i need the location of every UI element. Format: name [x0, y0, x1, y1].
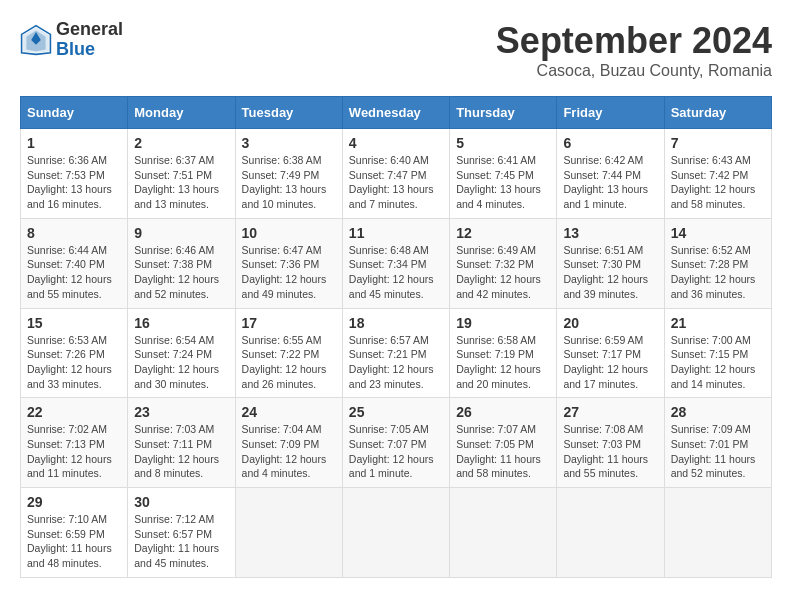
- day-number: 24: [242, 404, 336, 420]
- calendar-cell: 21Sunrise: 7:00 AM Sunset: 7:15 PM Dayli…: [664, 308, 771, 398]
- day-detail: Sunrise: 6:37 AM Sunset: 7:51 PM Dayligh…: [134, 154, 219, 210]
- logo-blue-text: Blue: [56, 40, 123, 60]
- day-number: 12: [456, 225, 550, 241]
- day-detail: Sunrise: 6:41 AM Sunset: 7:45 PM Dayligh…: [456, 154, 541, 210]
- calendar-cell: 25Sunrise: 7:05 AM Sunset: 7:07 PM Dayli…: [342, 398, 449, 488]
- header-cell-saturday: Saturday: [664, 97, 771, 129]
- calendar-cell: 17Sunrise: 6:55 AM Sunset: 7:22 PM Dayli…: [235, 308, 342, 398]
- day-detail: Sunrise: 7:00 AM Sunset: 7:15 PM Dayligh…: [671, 334, 756, 390]
- calendar-cell: 23Sunrise: 7:03 AM Sunset: 7:11 PM Dayli…: [128, 398, 235, 488]
- calendar-cell: 1Sunrise: 6:36 AM Sunset: 7:53 PM Daylig…: [21, 129, 128, 219]
- calendar-cell: 19Sunrise: 6:58 AM Sunset: 7:19 PM Dayli…: [450, 308, 557, 398]
- day-detail: Sunrise: 6:43 AM Sunset: 7:42 PM Dayligh…: [671, 154, 756, 210]
- calendar-cell: 27Sunrise: 7:08 AM Sunset: 7:03 PM Dayli…: [557, 398, 664, 488]
- title-section: September 2024 Casoca, Buzau County, Rom…: [496, 20, 772, 80]
- day-number: 26: [456, 404, 550, 420]
- day-detail: Sunrise: 7:12 AM Sunset: 6:57 PM Dayligh…: [134, 513, 219, 569]
- day-detail: Sunrise: 6:46 AM Sunset: 7:38 PM Dayligh…: [134, 244, 219, 300]
- calendar-cell: 10Sunrise: 6:47 AM Sunset: 7:36 PM Dayli…: [235, 218, 342, 308]
- calendar-cell: 29Sunrise: 7:10 AM Sunset: 6:59 PM Dayli…: [21, 488, 128, 578]
- calendar-cell: [235, 488, 342, 578]
- calendar-week-5: 29Sunrise: 7:10 AM Sunset: 6:59 PM Dayli…: [21, 488, 772, 578]
- calendar-cell: 24Sunrise: 7:04 AM Sunset: 7:09 PM Dayli…: [235, 398, 342, 488]
- calendar-cell: 28Sunrise: 7:09 AM Sunset: 7:01 PM Dayli…: [664, 398, 771, 488]
- day-number: 10: [242, 225, 336, 241]
- day-detail: Sunrise: 6:48 AM Sunset: 7:34 PM Dayligh…: [349, 244, 434, 300]
- calendar-header: SundayMondayTuesdayWednesdayThursdayFrid…: [21, 97, 772, 129]
- logo-icon: [20, 24, 52, 56]
- calendar-week-2: 8Sunrise: 6:44 AM Sunset: 7:40 PM Daylig…: [21, 218, 772, 308]
- header-cell-sunday: Sunday: [21, 97, 128, 129]
- month-title: September 2024: [496, 20, 772, 62]
- day-number: 28: [671, 404, 765, 420]
- calendar-cell: 30Sunrise: 7:12 AM Sunset: 6:57 PM Dayli…: [128, 488, 235, 578]
- calendar-cell: 22Sunrise: 7:02 AM Sunset: 7:13 PM Dayli…: [21, 398, 128, 488]
- day-detail: Sunrise: 6:57 AM Sunset: 7:21 PM Dayligh…: [349, 334, 434, 390]
- day-detail: Sunrise: 7:10 AM Sunset: 6:59 PM Dayligh…: [27, 513, 112, 569]
- day-number: 23: [134, 404, 228, 420]
- day-number: 5: [456, 135, 550, 151]
- day-number: 29: [27, 494, 121, 510]
- day-number: 4: [349, 135, 443, 151]
- calendar-cell: [450, 488, 557, 578]
- day-number: 3: [242, 135, 336, 151]
- day-detail: Sunrise: 6:59 AM Sunset: 7:17 PM Dayligh…: [563, 334, 648, 390]
- header-cell-tuesday: Tuesday: [235, 97, 342, 129]
- day-number: 21: [671, 315, 765, 331]
- day-detail: Sunrise: 7:05 AM Sunset: 7:07 PM Dayligh…: [349, 423, 434, 479]
- day-detail: Sunrise: 6:51 AM Sunset: 7:30 PM Dayligh…: [563, 244, 648, 300]
- day-detail: Sunrise: 7:04 AM Sunset: 7:09 PM Dayligh…: [242, 423, 327, 479]
- day-detail: Sunrise: 6:44 AM Sunset: 7:40 PM Dayligh…: [27, 244, 112, 300]
- location-subtitle: Casoca, Buzau County, Romania: [496, 62, 772, 80]
- logo: General Blue: [20, 20, 123, 60]
- logo-text: General Blue: [56, 20, 123, 60]
- calendar-cell: 4Sunrise: 6:40 AM Sunset: 7:47 PM Daylig…: [342, 129, 449, 219]
- day-number: 19: [456, 315, 550, 331]
- header-row: SundayMondayTuesdayWednesdayThursdayFrid…: [21, 97, 772, 129]
- calendar-cell: 15Sunrise: 6:53 AM Sunset: 7:26 PM Dayli…: [21, 308, 128, 398]
- calendar-cell: 18Sunrise: 6:57 AM Sunset: 7:21 PM Dayli…: [342, 308, 449, 398]
- day-detail: Sunrise: 7:07 AM Sunset: 7:05 PM Dayligh…: [456, 423, 541, 479]
- calendar-cell: 14Sunrise: 6:52 AM Sunset: 7:28 PM Dayli…: [664, 218, 771, 308]
- day-detail: Sunrise: 7:03 AM Sunset: 7:11 PM Dayligh…: [134, 423, 219, 479]
- calendar-cell: 13Sunrise: 6:51 AM Sunset: 7:30 PM Dayli…: [557, 218, 664, 308]
- day-number: 7: [671, 135, 765, 151]
- day-detail: Sunrise: 6:40 AM Sunset: 7:47 PM Dayligh…: [349, 154, 434, 210]
- day-number: 27: [563, 404, 657, 420]
- day-number: 11: [349, 225, 443, 241]
- day-detail: Sunrise: 7:09 AM Sunset: 7:01 PM Dayligh…: [671, 423, 756, 479]
- calendar-cell: 20Sunrise: 6:59 AM Sunset: 7:17 PM Dayli…: [557, 308, 664, 398]
- calendar-cell: 16Sunrise: 6:54 AM Sunset: 7:24 PM Dayli…: [128, 308, 235, 398]
- calendar-cell: 8Sunrise: 6:44 AM Sunset: 7:40 PM Daylig…: [21, 218, 128, 308]
- day-detail: Sunrise: 6:55 AM Sunset: 7:22 PM Dayligh…: [242, 334, 327, 390]
- header-cell-thursday: Thursday: [450, 97, 557, 129]
- day-detail: Sunrise: 6:42 AM Sunset: 7:44 PM Dayligh…: [563, 154, 648, 210]
- day-number: 22: [27, 404, 121, 420]
- day-detail: Sunrise: 6:53 AM Sunset: 7:26 PM Dayligh…: [27, 334, 112, 390]
- calendar-cell: 12Sunrise: 6:49 AM Sunset: 7:32 PM Dayli…: [450, 218, 557, 308]
- day-number: 20: [563, 315, 657, 331]
- day-number: 9: [134, 225, 228, 241]
- logo-general-text: General: [56, 20, 123, 40]
- day-number: 13: [563, 225, 657, 241]
- calendar-cell: [557, 488, 664, 578]
- calendar-cell: 7Sunrise: 6:43 AM Sunset: 7:42 PM Daylig…: [664, 129, 771, 219]
- calendar-body: 1Sunrise: 6:36 AM Sunset: 7:53 PM Daylig…: [21, 129, 772, 578]
- day-number: 16: [134, 315, 228, 331]
- day-number: 8: [27, 225, 121, 241]
- day-number: 14: [671, 225, 765, 241]
- calendar-cell: [342, 488, 449, 578]
- day-number: 15: [27, 315, 121, 331]
- day-detail: Sunrise: 6:49 AM Sunset: 7:32 PM Dayligh…: [456, 244, 541, 300]
- calendar-week-1: 1Sunrise: 6:36 AM Sunset: 7:53 PM Daylig…: [21, 129, 772, 219]
- calendar-cell: 3Sunrise: 6:38 AM Sunset: 7:49 PM Daylig…: [235, 129, 342, 219]
- calendar-cell: [664, 488, 771, 578]
- page-header: General Blue September 2024 Casoca, Buza…: [20, 20, 772, 80]
- header-cell-wednesday: Wednesday: [342, 97, 449, 129]
- calendar-week-3: 15Sunrise: 6:53 AM Sunset: 7:26 PM Dayli…: [21, 308, 772, 398]
- day-detail: Sunrise: 6:54 AM Sunset: 7:24 PM Dayligh…: [134, 334, 219, 390]
- day-number: 1: [27, 135, 121, 151]
- calendar-week-4: 22Sunrise: 7:02 AM Sunset: 7:13 PM Dayli…: [21, 398, 772, 488]
- day-number: 2: [134, 135, 228, 151]
- calendar-cell: 5Sunrise: 6:41 AM Sunset: 7:45 PM Daylig…: [450, 129, 557, 219]
